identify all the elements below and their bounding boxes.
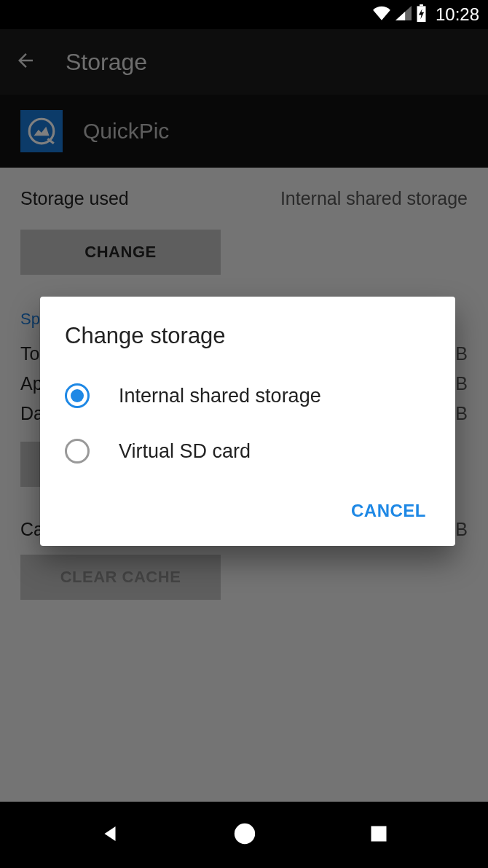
radio-label: Internal shared storage: [119, 385, 321, 407]
cancel-button[interactable]: CANCEL: [339, 492, 438, 530]
status-time: 10:28: [436, 4, 479, 25]
status-bar: 10:28: [0, 0, 488, 29]
svg-point-3: [235, 823, 255, 843]
radio-label: Virtual SD card: [119, 440, 251, 463]
nav-back-icon[interactable]: [99, 823, 121, 848]
radio-icon: [65, 439, 90, 464]
nav-recent-icon[interactable]: [369, 824, 389, 847]
radio-option-internal[interactable]: Internal shared storage: [40, 368, 455, 423]
battery-icon: [416, 4, 427, 25]
nav-home-icon[interactable]: [232, 821, 257, 849]
wifi-icon: [372, 6, 391, 23]
signal-icon: [395, 6, 412, 23]
change-storage-dialog: Change storage Internal shared storage V…: [40, 297, 455, 546]
radio-icon: [65, 383, 90, 408]
radio-option-sdcard[interactable]: Virtual SD card: [40, 423, 455, 479]
dialog-title: Change storage: [40, 323, 455, 349]
svg-rect-0: [420, 4, 423, 6]
system-nav-bar: [0, 802, 488, 868]
svg-rect-4: [371, 826, 386, 841]
